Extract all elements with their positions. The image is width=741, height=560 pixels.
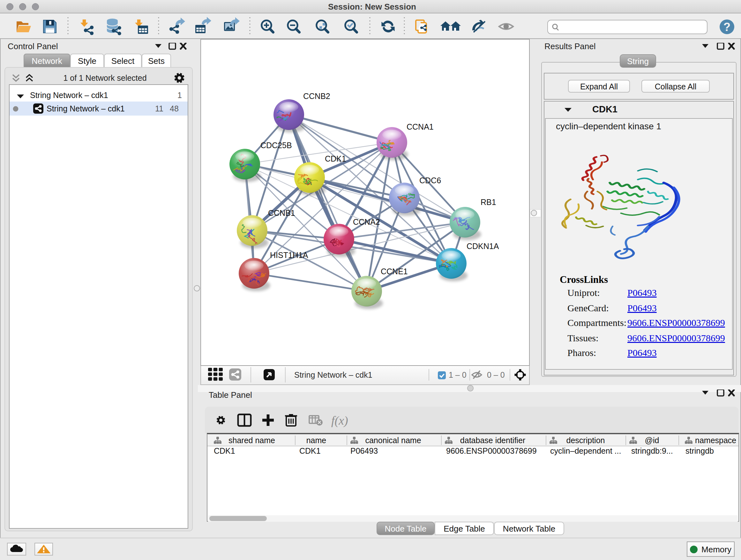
svg-text:CCNB1: CCNB1 (268, 208, 295, 217)
svg-text:CCNE1: CCNE1 (381, 267, 408, 276)
svg-text:f(x): f(x) (331, 414, 348, 428)
svg-text:CDC25B: CDC25B (260, 141, 292, 150)
svg-text:CCNB2: CCNB2 (303, 91, 330, 101)
svg-text:CCNA2: CCNA2 (353, 217, 380, 226)
svg-text:String Network – cdk1: String Network – cdk1 (294, 370, 373, 379)
svg-text:1 – 0: 1 – 0 (449, 370, 467, 379)
svg-text:0 – 0: 0 – 0 (487, 370, 505, 379)
svg-text:?: ? (724, 20, 731, 34)
svg-text:CCNA1: CCNA1 (407, 122, 434, 131)
svg-text:CDKN1A: CDKN1A (467, 242, 499, 251)
svg-text:CDK1: CDK1 (325, 154, 346, 163)
svg-text:CDC6: CDC6 (419, 176, 441, 185)
svg-text:HIST1H1A: HIST1H1A (270, 251, 308, 260)
svg-text:RB1: RB1 (481, 198, 496, 206)
